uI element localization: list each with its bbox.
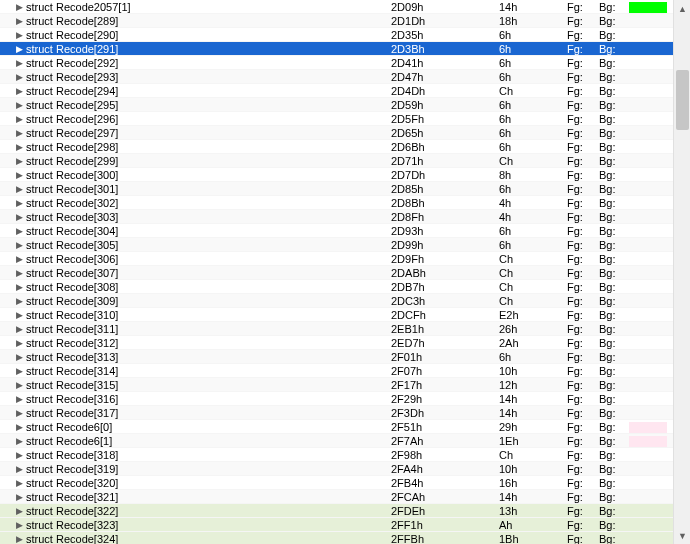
table-row[interactable]: ▶struct Recode[318]2F98hChFg:Bg:	[0, 448, 690, 462]
scroll-up-button[interactable]: ▲	[674, 0, 690, 17]
name-cell[interactable]: ▶struct Recode[298]	[0, 140, 391, 154]
name-cell[interactable]: ▶struct Recode[307]	[0, 266, 391, 280]
table-row[interactable]: ▶struct Recode[319]2FA4h10hFg:Bg:	[0, 462, 690, 476]
struct-tree-table[interactable]: ▶struct Recode2057[1]2D09h14hFg:Bg:▶stru…	[0, 0, 690, 544]
table-row[interactable]: ▶struct Recode[310]2DCFhE2hFg:Bg:	[0, 308, 690, 322]
expand-icon[interactable]: ▶	[14, 280, 24, 294]
name-cell[interactable]: ▶struct Recode6[0]	[0, 420, 391, 434]
name-cell[interactable]: ▶struct Recode[309]	[0, 294, 391, 308]
expand-icon[interactable]: ▶	[14, 476, 24, 490]
table-row[interactable]: ▶struct Recode[321]2FCAh14hFg:Bg:	[0, 490, 690, 504]
color-swatch[interactable]	[629, 2, 667, 13]
table-row[interactable]: ▶struct Recode[308]2DB7hChFg:Bg:	[0, 280, 690, 294]
vertical-scrollbar[interactable]: ▲ ▼	[673, 0, 690, 544]
expand-icon[interactable]: ▶	[14, 350, 24, 364]
name-cell[interactable]: ▶struct Recode[296]	[0, 112, 391, 126]
expand-icon[interactable]: ▶	[14, 196, 24, 210]
table-row[interactable]: ▶struct Recode[311]2EB1h26hFg:Bg:	[0, 322, 690, 336]
table-row[interactable]: ▶struct Recode[300]2D7Dh8hFg:Bg:	[0, 168, 690, 182]
scroll-down-button[interactable]: ▼	[674, 527, 690, 544]
expand-icon[interactable]: ▶	[14, 252, 24, 266]
expand-icon[interactable]: ▶	[14, 126, 24, 140]
table-row[interactable]: ▶struct Recode6[1]2F7Ah1EhFg:Bg:	[0, 434, 690, 448]
table-row[interactable]: ▶struct Recode[309]2DC3hChFg:Bg:	[0, 294, 690, 308]
color-swatch[interactable]	[629, 436, 667, 447]
expand-icon[interactable]: ▶	[14, 392, 24, 406]
name-cell[interactable]: ▶struct Recode[311]	[0, 322, 391, 336]
table-row[interactable]: ▶struct Recode[304]2D93h6hFg:Bg:	[0, 224, 690, 238]
expand-icon[interactable]: ▶	[14, 406, 24, 420]
table-row[interactable]: ▶struct Recode[303]2D8Fh4hFg:Bg:	[0, 210, 690, 224]
expand-icon[interactable]: ▶	[14, 42, 24, 56]
name-cell[interactable]: ▶struct Recode[313]	[0, 350, 391, 364]
name-cell[interactable]: ▶struct Recode[304]	[0, 224, 391, 238]
name-cell[interactable]: ▶struct Recode[321]	[0, 490, 391, 504]
expand-icon[interactable]: ▶	[14, 518, 24, 532]
table-row[interactable]: ▶struct Recode[323]2FF1hAhFg:Bg:	[0, 518, 690, 532]
name-cell[interactable]: ▶struct Recode[290]	[0, 28, 391, 42]
expand-icon[interactable]: ▶	[14, 490, 24, 504]
expand-icon[interactable]: ▶	[14, 420, 24, 434]
name-cell[interactable]: ▶struct Recode[320]	[0, 476, 391, 490]
table-row[interactable]: ▶struct Recode[314]2F07h10hFg:Bg:	[0, 364, 690, 378]
table-row[interactable]: ▶struct Recode2057[1]2D09h14hFg:Bg:	[0, 0, 690, 14]
expand-icon[interactable]: ▶	[14, 308, 24, 322]
name-cell[interactable]: ▶struct Recode[310]	[0, 308, 391, 322]
name-cell[interactable]: ▶struct Recode[293]	[0, 70, 391, 84]
name-cell[interactable]: ▶struct Recode[301]	[0, 182, 391, 196]
name-cell[interactable]: ▶struct Recode[302]	[0, 196, 391, 210]
table-row[interactable]: ▶struct Recode[296]2D5Fh6hFg:Bg:	[0, 112, 690, 126]
name-cell[interactable]: ▶struct Recode[297]	[0, 126, 391, 140]
expand-icon[interactable]: ▶	[14, 462, 24, 476]
name-cell[interactable]: ▶struct Recode[317]	[0, 406, 391, 420]
expand-icon[interactable]: ▶	[14, 434, 24, 448]
name-cell[interactable]: ▶struct Recode[318]	[0, 448, 391, 462]
name-cell[interactable]: ▶struct Recode[314]	[0, 364, 391, 378]
table-row[interactable]: ▶struct Recode[322]2FDEh13hFg:Bg:	[0, 504, 690, 518]
color-swatch[interactable]	[629, 422, 667, 433]
table-row[interactable]: ▶struct Recode[290]2D35h6hFg:Bg:	[0, 28, 690, 42]
expand-icon[interactable]: ▶	[14, 504, 24, 518]
name-cell[interactable]: ▶struct Recode[299]	[0, 154, 391, 168]
table-row[interactable]: ▶struct Recode[294]2D4DhChFg:Bg:	[0, 84, 690, 98]
scroll-thumb[interactable]	[676, 70, 689, 130]
expand-icon[interactable]: ▶	[14, 140, 24, 154]
expand-icon[interactable]: ▶	[14, 224, 24, 238]
name-cell[interactable]: ▶struct Recode[322]	[0, 504, 391, 518]
table-row[interactable]: ▶struct Recode[313]2F01h6hFg:Bg:	[0, 350, 690, 364]
table-row[interactable]: ▶struct Recode[298]2D6Bh6hFg:Bg:	[0, 140, 690, 154]
table-row[interactable]: ▶struct Recode[302]2D8Bh4hFg:Bg:	[0, 196, 690, 210]
expand-icon[interactable]: ▶	[14, 238, 24, 252]
table-row[interactable]: ▶struct Recode[292]2D41h6hFg:Bg:	[0, 56, 690, 70]
table-row[interactable]: ▶struct Recode[317]2F3Dh14hFg:Bg:	[0, 406, 690, 420]
expand-icon[interactable]: ▶	[14, 210, 24, 224]
table-row[interactable]: ▶struct Recode[324]2FFBh1BhFg:Bg:	[0, 532, 690, 544]
table-row[interactable]: ▶struct Recode[289]2D1Dh18hFg:Bg:	[0, 14, 690, 28]
expand-icon[interactable]: ▶	[14, 14, 24, 28]
expand-icon[interactable]: ▶	[14, 112, 24, 126]
table-row[interactable]: ▶struct Recode[291]2D3Bh6hFg:Bg:	[0, 42, 690, 56]
expand-icon[interactable]: ▶	[14, 378, 24, 392]
expand-icon[interactable]: ▶	[14, 266, 24, 280]
expand-icon[interactable]: ▶	[14, 0, 24, 14]
table-row[interactable]: ▶struct Recode[297]2D65h6hFg:Bg:	[0, 126, 690, 140]
table-row[interactable]: ▶struct Recode[306]2D9FhChFg:Bg:	[0, 252, 690, 266]
table-row[interactable]: ▶struct Recode[320]2FB4h16hFg:Bg:	[0, 476, 690, 490]
name-cell[interactable]: ▶struct Recode[308]	[0, 280, 391, 294]
name-cell[interactable]: ▶struct Recode[315]	[0, 378, 391, 392]
table-row[interactable]: ▶struct Recode[312]2ED7h2AhFg:Bg:	[0, 336, 690, 350]
table-row[interactable]: ▶struct Recode[293]2D47h6hFg:Bg:	[0, 70, 690, 84]
expand-icon[interactable]: ▶	[14, 364, 24, 378]
table-row[interactable]: ▶struct Recode[301]2D85h6hFg:Bg:	[0, 182, 690, 196]
name-cell[interactable]: ▶struct Recode[295]	[0, 98, 391, 112]
name-cell[interactable]: ▶struct Recode[303]	[0, 210, 391, 224]
name-cell[interactable]: ▶struct Recode[289]	[0, 14, 391, 28]
expand-icon[interactable]: ▶	[14, 56, 24, 70]
name-cell[interactable]: ▶struct Recode[292]	[0, 56, 391, 70]
expand-icon[interactable]: ▶	[14, 182, 24, 196]
expand-icon[interactable]: ▶	[14, 70, 24, 84]
table-row[interactable]: ▶struct Recode[316]2F29h14hFg:Bg:	[0, 392, 690, 406]
table-row[interactable]: ▶struct Recode[307]2DABhChFg:Bg:	[0, 266, 690, 280]
table-row[interactable]: ▶struct Recode[315]2F17h12hFg:Bg:	[0, 378, 690, 392]
name-cell[interactable]: ▶struct Recode[294]	[0, 84, 391, 98]
